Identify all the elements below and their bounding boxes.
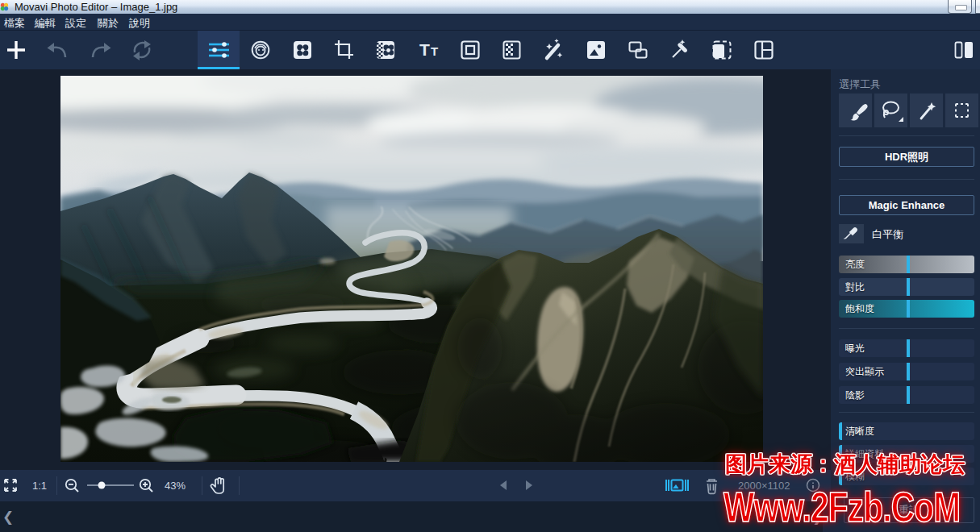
svg-text:T: T [419, 40, 430, 59]
svg-text:T: T [431, 44, 438, 58]
